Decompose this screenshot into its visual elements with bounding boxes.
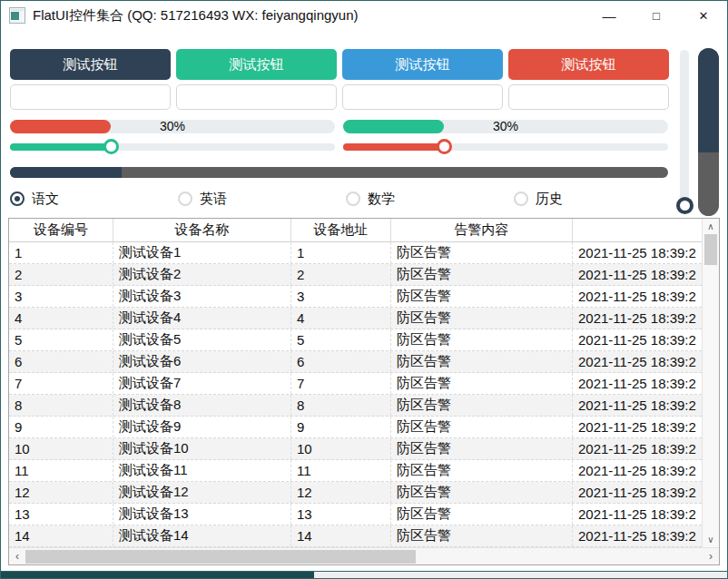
table-cell: 防区告警	[391, 504, 573, 525]
table-cell: 防区告警	[391, 460, 573, 481]
table-cell: 10	[291, 438, 391, 459]
table-cell: 测试设备1	[113, 242, 291, 263]
radio-label: 历史	[536, 191, 563, 208]
table-row[interactable]: 10测试设备1010防区告警2021-11-25 18:39:2	[9, 438, 702, 460]
progress-bar-right: 30%	[343, 120, 668, 133]
scroll-up-icon[interactable]: ∧	[703, 219, 719, 234]
table-header-cell: 告警内容	[391, 219, 573, 241]
progress-label-left: 30%	[10, 119, 335, 133]
table-cell: 防区告警	[391, 525, 573, 546]
table-vertical-scrollbar[interactable]: ∧ ∨	[702, 219, 719, 547]
table-cell: 测试设备8	[113, 395, 291, 416]
table-cell: 12	[291, 482, 391, 503]
table-cell: 4	[291, 308, 391, 329]
table-grid: 设备编号设备名称设备地址告警内容 1测试设备11防区告警2021-11-25 1…	[9, 219, 702, 547]
scroll-left-icon[interactable]: ‹	[9, 548, 25, 564]
table-cell: 2021-11-25 18:39:2	[573, 329, 702, 350]
radio-英语[interactable]: 英语	[178, 188, 227, 210]
slider-left[interactable]	[10, 139, 335, 154]
radio-数学[interactable]: 数学	[346, 188, 395, 210]
table-body: 1测试设备11防区告警2021-11-25 18:39:22测试设备22防区告警…	[9, 242, 702, 547]
text-input-1[interactable]	[10, 84, 171, 110]
progress-label-right: 30%	[343, 119, 668, 133]
table-cell: 2	[291, 264, 391, 285]
vertical-slider-handle[interactable]	[676, 197, 694, 214]
table-cell: 8	[291, 395, 391, 416]
table-row[interactable]: 9测试设备99防区告警2021-11-25 18:39:2	[9, 417, 702, 438]
table-cell: 2021-11-25 18:39:2	[573, 417, 702, 437]
test-button-1[interactable]: 测试按钮	[10, 49, 171, 80]
table-cell: 测试设备12	[113, 482, 291, 503]
close-button[interactable]: ✕	[680, 1, 727, 30]
table-cell: 2021-11-25 18:39:2	[573, 264, 702, 285]
dark-progress-bar	[10, 167, 668, 178]
text-input-2[interactable]	[176, 84, 337, 110]
vertical-scrollbar-track[interactable]	[703, 265, 719, 532]
buttons-row: 测试按钮测试按钮测试按钮测试按钮	[10, 49, 669, 80]
table-cell: 2021-11-25 18:39:2	[573, 286, 702, 307]
table-cell: 2021-11-25 18:39:2	[573, 373, 702, 394]
table-header-row: 设备编号设备名称设备地址告警内容	[9, 219, 702, 242]
horizontal-scrollbar-thumb[interactable]	[25, 550, 416, 564]
table-row[interactable]: 11测试设备1111防区告警2021-11-25 18:39:2	[9, 460, 702, 482]
table-cell: 防区告警	[391, 286, 573, 307]
test-button-4[interactable]: 测试按钮	[508, 49, 669, 80]
table-header-cell: 设备编号	[9, 219, 113, 241]
table-cell: 8	[9, 395, 113, 416]
test-button-2[interactable]: 测试按钮	[176, 49, 337, 80]
table-cell: 12	[9, 482, 113, 503]
table-cell: 测试设备7	[113, 373, 291, 394]
scroll-down-icon[interactable]: ∨	[703, 532, 719, 547]
radio-历史[interactable]: 历史	[514, 188, 563, 210]
test-button-3[interactable]: 测试按钮	[342, 49, 503, 80]
maximize-button[interactable]: □	[633, 1, 680, 30]
slider-right[interactable]	[343, 139, 668, 154]
table-row[interactable]: 4测试设备44防区告警2021-11-25 18:39:2	[9, 308, 702, 329]
radio-语文[interactable]: 语文	[10, 188, 59, 210]
slider-right-fill	[343, 143, 444, 151]
table-cell: 2021-11-25 18:39:2	[573, 525, 702, 546]
vertical-scrollbar-thumb[interactable]	[704, 234, 717, 265]
table-row[interactable]: 1测试设备11防区告警2021-11-25 18:39:2	[9, 242, 702, 264]
table-cell: 防区告警	[391, 329, 573, 350]
table-cell: 测试设备11	[113, 460, 291, 481]
slider-right-handle[interactable]	[437, 139, 452, 154]
table-cell: 防区告警	[391, 417, 573, 437]
table-row[interactable]: 7测试设备77防区告警2021-11-25 18:39:2	[9, 373, 702, 395]
text-input-3[interactable]	[342, 84, 503, 110]
table-cell: 2021-11-25 18:39:2	[573, 395, 702, 416]
table-row[interactable]: 8测试设备88防区告警2021-11-25 18:39:2	[9, 395, 702, 417]
table-cell: 防区告警	[391, 373, 573, 394]
text-input-4[interactable]	[508, 84, 669, 110]
vertical-slider-track[interactable]	[680, 50, 689, 213]
scroll-right-icon[interactable]: ›	[703, 548, 719, 564]
table-row[interactable]: 12测试设备1212防区告警2021-11-25 18:39:2	[9, 482, 702, 504]
table-cell: 6	[291, 351, 391, 372]
table-cell: 测试设备9	[113, 417, 291, 437]
table-cell: 防区告警	[391, 351, 573, 372]
table-row[interactable]: 3测试设备33防区告警2021-11-25 18:39:2	[9, 286, 702, 308]
table-horizontal-scrollbar[interactable]: ‹ ›	[9, 547, 719, 564]
table-row[interactable]: 2测试设备22防区告警2021-11-25 18:39:2	[9, 264, 702, 286]
table-cell: 11	[9, 460, 113, 481]
table-cell: 3	[291, 286, 391, 307]
inputs-row	[10, 84, 669, 110]
table-cell: 11	[291, 460, 391, 481]
table-row[interactable]: 14测试设备1414防区告警2021-11-25 18:39:2	[9, 525, 702, 547]
backdrop-light-segment	[314, 572, 727, 578]
slider-left-handle[interactable]	[103, 139, 119, 154]
table-cell: 2021-11-25 18:39:2	[573, 242, 702, 263]
table-row[interactable]: 6测试设备66防区告警2021-11-25 18:39:2	[9, 351, 702, 373]
table-cell: 2	[9, 264, 113, 285]
table-row[interactable]: 13测试设备1313防区告警2021-11-25 18:39:2	[9, 504, 702, 525]
table-cell: 5	[291, 329, 391, 350]
table-cell: 测试设备14	[113, 525, 291, 546]
radio-circle-icon	[514, 191, 528, 206]
table-row[interactable]: 5测试设备55防区告警2021-11-25 18:39:2	[9, 329, 702, 351]
table-cell: 1	[9, 242, 113, 263]
table-cell: 7	[291, 373, 391, 394]
table-header-cell	[573, 219, 702, 241]
radio-circle-icon	[178, 191, 192, 206]
minimize-button[interactable]: —	[585, 1, 633, 30]
vertical-progress-bar	[698, 48, 719, 216]
